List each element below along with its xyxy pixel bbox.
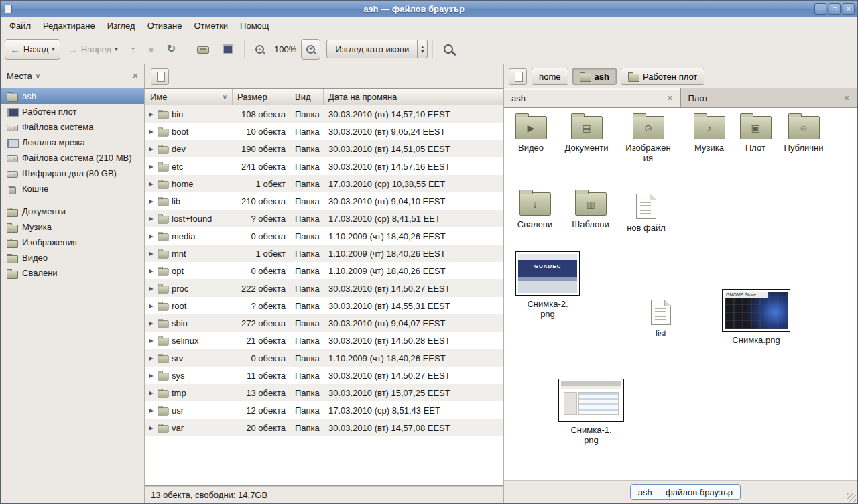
sidebar-item-4[interactable]: Файлова система (210 MB): [1, 150, 144, 166]
table-row[interactable]: ▶ root ? обекта Папка 30.03.2010 (вт) 14…: [145, 297, 503, 314]
sidebar-item-6[interactable]: Кошче: [1, 181, 144, 196]
tab-close-button[interactable]: ×: [667, 93, 672, 103]
zoom-out-button[interactable]: −: [250, 39, 269, 60]
breadcrumb-2[interactable]: Работен плот: [621, 68, 704, 85]
table-row[interactable]: ▶ proc 222 обекта Папка 30.03.2010 (вт) …: [145, 279, 503, 297]
expander-icon[interactable]: ▶: [148, 407, 154, 414]
computer-button[interactable]: [217, 39, 239, 60]
sidebar-item-8[interactable]: Музика: [1, 219, 144, 235]
icon-item-10[interactable]: list: [639, 300, 682, 338]
close-button[interactable]: ×: [843, 3, 855, 15]
icon-item-3[interactable]: ♪ Музика: [685, 116, 733, 153]
table-row[interactable]: ▶ mnt 1 обект Папка 1.10.2009 (чт) 18,40…: [145, 245, 503, 262]
expander-icon[interactable]: ▶: [148, 216, 154, 222]
zoom-in-button[interactable]: +: [301, 39, 320, 60]
table-row[interactable]: ▶ tmp 13 обекта Папка 30.03.2010 (вт) 15…: [145, 384, 503, 401]
table-row[interactable]: ▶ etc 241 обекта Папка 30.03.2010 (вт) 1…: [145, 158, 503, 175]
table-row[interactable]: ▶ var 20 обекта Папка 30.03.2010 (вт) 14…: [145, 419, 503, 436]
expander-icon[interactable]: ▶: [148, 111, 154, 117]
expander-icon[interactable]: ▶: [148, 129, 154, 135]
icon-view[interactable]: ▶ Видео ▤ Документи ⊙ Изображения ♪ Музи…: [504, 108, 857, 481]
expander-icon[interactable]: ▶: [148, 425, 154, 431]
icon-item-5[interactable]: ☺ Публични: [778, 116, 830, 153]
sidebar-item-0[interactable]: ash: [1, 88, 144, 104]
breadcrumb-0[interactable]: home: [532, 68, 568, 85]
places-caret-icon[interactable]: ∨: [36, 72, 40, 80]
column-header-modified[interactable]: Дата на промяна: [324, 89, 503, 105]
forward-button[interactable]: → Напред ▾: [62, 39, 123, 60]
icon-item-2[interactable]: ⊙ Изображения: [623, 116, 673, 163]
expander-icon[interactable]: ▶: [148, 198, 154, 204]
sidebar-item-11[interactable]: Свалени: [1, 265, 144, 281]
menu-item-0[interactable]: Файл: [3, 18, 37, 34]
expander-icon[interactable]: ▶: [148, 303, 154, 309]
maximize-button[interactable]: □: [829, 3, 841, 15]
reload-button[interactable]: ↻: [162, 39, 181, 60]
icon-item-6[interactable]: ↓ Свалени: [509, 192, 560, 229]
expander-icon[interactable]: ▶: [148, 373, 154, 379]
places-title[interactable]: Места: [7, 71, 32, 81]
view-mode-spinner[interactable]: ▴ ▾: [417, 40, 427, 58]
icon-item-9[interactable]: GUADEC Снимка-2.png: [512, 251, 583, 319]
column-header-name[interactable]: Име ∨: [145, 89, 233, 105]
table-row[interactable]: ▶ media 0 обекта Папка 1.10.2009 (чт) 18…: [145, 227, 503, 245]
table-row[interactable]: ▶ sys 11 обекта Папка 30.03.2010 (вт) 14…: [145, 367, 503, 384]
sidebar-close-button[interactable]: ×: [133, 70, 138, 81]
icon-item-7[interactable]: ▥ Шаблони: [564, 192, 617, 229]
breadcrumb-1[interactable]: ash: [572, 68, 617, 85]
stop-button[interactable]: ●: [143, 39, 159, 60]
table-row[interactable]: ▶ opt 0 обекта Папка 1.10.2009 (чт) 18,4…: [145, 262, 503, 279]
icon-item-8[interactable]: нов файл: [623, 194, 669, 233]
back-dropdown-icon[interactable]: ▾: [52, 46, 55, 52]
table-row[interactable]: ▶ lost+found ? обекта Папка 17.03.2010 (…: [145, 210, 503, 227]
back-button[interactable]: ← Назад ▾: [5, 39, 60, 60]
expander-icon[interactable]: ▶: [148, 181, 154, 187]
tab-close-button[interactable]: ×: [844, 93, 849, 103]
sidebar-item-5[interactable]: Шифриран дял (80 GB): [1, 166, 144, 181]
table-row[interactable]: ▶ bin 108 обекта Папка 30.03.2010 (вт) 1…: [145, 105, 503, 123]
sidebar-item-2[interactable]: Файлова система: [1, 119, 144, 135]
table-row[interactable]: ▶ dev 190 обекта Папка 30.03.2010 (вт) 1…: [145, 140, 503, 158]
sidebar-item-3[interactable]: Локална мрежа: [1, 135, 144, 150]
expander-icon[interactable]: ▶: [148, 164, 154, 170]
table-row[interactable]: ▶ selinux 21 обекта Папка 30.03.2010 (вт…: [145, 332, 503, 349]
tab-0[interactable]: ash ×: [504, 88, 681, 107]
expander-icon[interactable]: ▶: [148, 355, 154, 361]
sidebar-item-9[interactable]: Изображения: [1, 235, 144, 250]
expander-icon[interactable]: ▶: [148, 146, 154, 152]
sidebar-item-10[interactable]: Видео: [1, 250, 144, 265]
tab-1[interactable]: Плот ×: [681, 88, 858, 107]
minimize-button[interactable]: ─: [814, 3, 826, 15]
expander-icon[interactable]: ▶: [148, 338, 154, 344]
expander-icon[interactable]: ▶: [148, 233, 154, 239]
expander-icon[interactable]: ▶: [148, 286, 154, 292]
table-row[interactable]: ▶ usr 12 обекта Папка 17.03.2010 (ср) 8,…: [145, 401, 503, 419]
icon-item-0[interactable]: ▶ Видео: [505, 116, 556, 153]
menu-item-1[interactable]: Редактиране: [37, 18, 101, 34]
icon-item-4[interactable]: ▣ Плот: [735, 116, 776, 153]
expander-icon[interactable]: ▶: [148, 268, 154, 274]
sidebar-item-1[interactable]: Работен плот: [1, 104, 144, 119]
icon-item-1[interactable]: ▤ Документи: [559, 116, 614, 153]
column-header-type[interactable]: Вид: [290, 89, 324, 105]
resize-grip[interactable]: [847, 493, 856, 502]
search-button[interactable]: [438, 39, 458, 60]
expander-icon[interactable]: ▶: [148, 390, 154, 396]
home-button[interactable]: [192, 39, 214, 60]
table-row[interactable]: ▶ lib 210 обекта Папка 30.03.2010 (вт) 9…: [145, 192, 503, 210]
menu-item-4[interactable]: Отметки: [188, 18, 234, 34]
menu-item-5[interactable]: Помощ: [234, 18, 275, 34]
location-bar-toggle-button-right[interactable]: [509, 68, 527, 85]
up-button[interactable]: ↑: [125, 39, 141, 60]
titlebar[interactable]: ash — файлов браузър ─ □ ×: [1, 1, 857, 17]
menu-item-2[interactable]: Изглед: [101, 18, 141, 34]
view-mode-select[interactable]: Изглед като икони ▴ ▾: [326, 40, 428, 58]
location-bar-toggle-button[interactable]: [151, 68, 169, 85]
table-row[interactable]: ▶ boot 10 обекта Папка 30.03.2010 (вт) 9…: [145, 123, 503, 140]
icon-item-11[interactable]: GNOME Store Снимка.png: [719, 289, 794, 345]
sidebar-item-7[interactable]: Документи: [1, 204, 144, 219]
icon-item-12[interactable]: Снимка-1.png: [555, 379, 627, 445]
column-header-size[interactable]: Размер: [233, 89, 290, 105]
table-row[interactable]: ▶ home 1 обект Папка 17.03.2010 (ср) 10,…: [145, 175, 503, 192]
table-row[interactable]: ▶ srv 0 обекта Папка 1.10.2009 (чт) 18,4…: [145, 349, 503, 367]
